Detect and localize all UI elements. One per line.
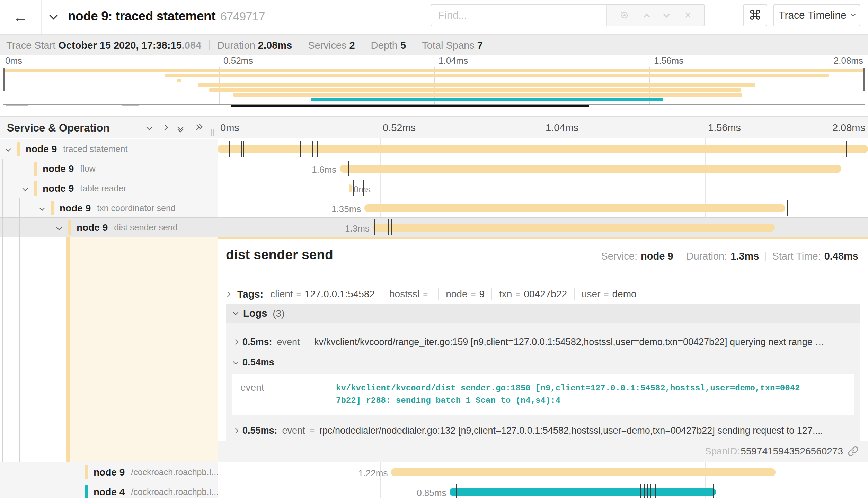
command-icon: ⌘ [749,8,762,23]
service-name: node 9 [94,467,125,478]
expand-all-icon[interactable] [195,125,205,133]
operation-name: table reader [80,183,126,193]
find-box: ✕ [431,4,705,26]
span-row[interactable]: node 9 /cockroach.roachpb.I... 1.22ms [0,462,868,482]
log-tick-marks [218,198,868,218]
deep-link-icon[interactable] [847,445,859,457]
minimap-selection-underline [231,105,589,107]
detail-divider [226,279,860,279]
log-value: rpc/nodedialer/nodedialer.go:132 [n9,cli… [319,425,823,436]
axis-tick: 1.04ms [439,55,468,66]
collapse-all-icon[interactable] [178,125,183,130]
operation-name: /cockroach.roachpb.I... [131,487,219,497]
trace-id: 6749717 [220,10,265,23]
view-selector-label: Trace Timeline [779,9,847,21]
service-operation-header: Service & Operation [7,122,109,134]
tag-item: user=demo [582,289,637,300]
tag-item: txn=00427b22 [499,289,567,300]
span-detail-panel: dist sender send Service:node 9 Duration… [218,237,868,462]
locate-icon[interactable] [620,10,629,20]
chevron-down-icon [851,12,856,17]
span-color-swatch [85,465,88,479]
tag-item: hostssl= [389,289,431,300]
span-row[interactable]: node 9 traced statement [0,139,868,159]
axis-tick: 1.04ms [546,122,578,134]
chevron-right-icon [233,428,239,433]
services-label: Services [308,40,346,51]
operation-name: /cockroach.roachpb.I... [131,467,219,477]
span-row[interactable]: node 9 txn coordinator send 1.35ms [0,198,868,218]
chevron-down-icon [233,310,239,315]
service-name: node 9 [43,183,74,194]
operation-name: flow [80,164,95,174]
span-color-swatch [85,485,88,498]
expand-one-icon[interactable] [163,125,173,133]
column-resize-grip[interactable] [211,129,215,136]
operation-name: txn coordinator send [97,203,176,213]
span-row[interactable]: node 9 flow 1.6ms [0,159,868,179]
span-detail-meta: Service:node 9 Duration:1.3ms Start Time… [601,251,858,262]
duration-label: Duration [217,40,255,51]
logs-accordian: Logs (3) 0.5ms: event = kv/kvclient/kvco… [226,304,860,441]
minimap-left-handle[interactable] [3,68,5,91]
log-time: 0.55ms: [242,425,277,436]
trace-start-value: October 15 2020, 17:38:15 [58,40,181,51]
minimap-axis: 0ms 0.52ms 1.04ms 1.56ms 2.08ms [0,55,868,66]
span-row[interactable]: node 4 /cockroach.roachpb.I... 0.85ms [0,482,868,498]
tree-guide [19,198,20,498]
chevron-right-icon [225,291,231,297]
collapse-one-icon[interactable] [147,125,158,133]
minimap-right-handle[interactable] [863,68,865,91]
clear-find-icon[interactable]: ✕ [684,10,692,21]
log-entry[interactable]: 0.5ms: event = kv/kvclient/kvcoord/range… [226,331,860,353]
view-selector-button[interactable]: Trace Timeline [773,4,860,26]
next-match-icon[interactable] [664,12,669,19]
span-row-selected[interactable]: node 9 dist sender send 1.3ms [0,218,868,237]
collapse-trace-chevron[interactable] [51,12,59,21]
logs-header[interactable]: Logs (3) [226,304,860,323]
log-entry-expanded[interactable]: 0.54ms [226,353,860,372]
duration-meta-value: 1.3ms [730,251,759,262]
active-subtree-wash [70,237,218,462]
log-tick-marks [218,179,868,198]
row-chevron-icon[interactable] [23,187,34,190]
chevron-down-icon [233,359,239,364]
row-chevron-icon[interactable] [6,147,17,151]
timeline-axis: 0ms 0.52ms 1.04ms 1.56ms 2.08ms [218,117,868,138]
log-key: event [282,425,305,436]
span-id-label: SpanID: [705,446,740,457]
row-chevron-icon[interactable] [40,206,51,210]
page-title: node 9: traced statement6749717 [68,9,265,24]
keyboard-shortcuts-button[interactable]: ⌘ [743,4,767,26]
find-input[interactable] [431,5,606,26]
prev-match-icon[interactable] [645,12,649,19]
log-tick-marks [218,218,868,237]
minimap-marker [6,105,28,106]
tags-accordian[interactable]: Tags: client=127.0.0.1:54582 hostssl= no… [226,285,860,303]
axis-tick: 0.52ms [383,122,416,134]
axis-tick: 0ms [220,122,239,134]
log-tick-marks [218,139,868,159]
timeline-minimap[interactable] [3,67,865,105]
span-row[interactable]: node 9 table reader 0ms [0,179,868,198]
axis-tick: 1.56ms [654,55,683,66]
service-name: node 9 [60,203,91,214]
duration-meta-label: Duration: [687,251,727,262]
axis-tick: 0ms [5,55,22,66]
tags-label: Tags: [237,289,263,300]
timeline-header: Service & Operation 0ms 0.52ms 1.04ms 1.… [0,116,868,138]
span-color-swatch [34,162,37,176]
start-time-meta-label: Start Time: [772,251,821,262]
service-name: node 9 [43,163,74,174]
log-entry[interactable]: 0.55ms: event = rpc/nodedialer/nodediale… [226,420,860,441]
service-meta-value: node 9 [641,251,673,262]
back-button[interactable]: ← [0,0,42,34]
service-name: node 9 [26,144,57,155]
row-chevron-icon[interactable] [57,226,68,229]
log-tick-marks [218,462,868,482]
start-time-meta-value: 0.48ms [824,251,858,262]
chevron-right-icon [233,339,239,345]
log-event-key: event [232,382,336,407]
axis-tick: 2.08ms [834,55,863,66]
span-color-swatch [68,220,71,235]
